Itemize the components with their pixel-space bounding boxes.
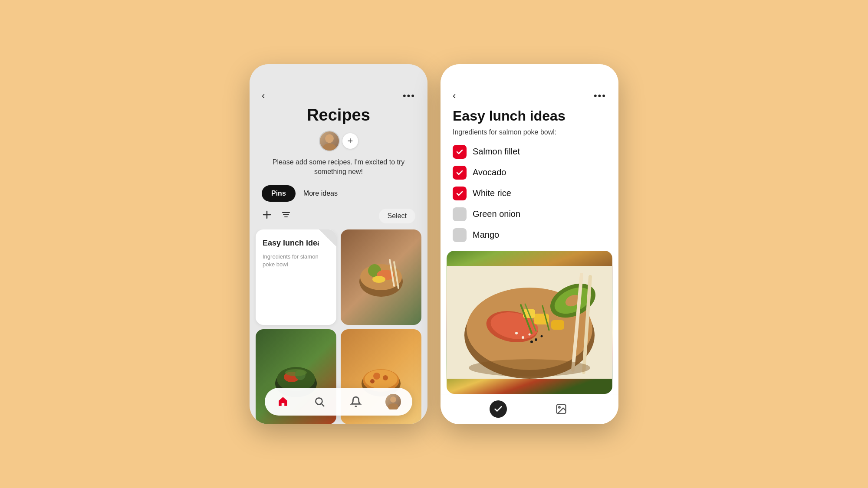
bottom-navigation [265,388,412,416]
checkbox-mango[interactable] [453,228,467,242]
salmon-label: Salmon fillet [473,147,520,157]
pin-note-card[interactable]: Easy lunch ideas Ingredients for slamon … [256,229,336,325]
checkbox-white-rice[interactable] [453,187,467,200]
checkbox-salmon[interactable] [453,145,467,159]
filter-button[interactable] [281,210,291,223]
tab-more-ideas[interactable]: More ideas [302,185,339,202]
mango-label: Mango [473,230,499,240]
svg-point-46 [535,338,537,341]
svg-point-11 [372,276,385,283]
ingredients-checklist: Salmon fillet Avocado White rice [441,145,618,242]
svg-point-44 [522,336,524,339]
svg-point-24 [370,379,375,383]
board-title: Recipes [250,106,427,131]
svg-point-18 [285,369,307,376]
avatar[interactable] [319,131,340,151]
svg-point-28 [388,403,398,409]
svg-point-0 [325,134,334,143]
nav-home-button[interactable] [276,395,290,409]
pin-note-subtitle: Ingredients for slamon poke bowl [263,253,329,269]
svg-point-22 [373,373,380,380]
tab-pins[interactable]: Pins [262,185,296,202]
add-collaborator-button[interactable]: + [342,133,358,149]
image-action-button[interactable] [552,400,570,418]
svg-point-43 [515,332,518,334]
svg-line-26 [322,403,324,406]
svg-point-51 [469,359,590,377]
checkbox-avocado[interactable] [453,166,467,180]
white-rice-label: White rice [473,188,511,198]
avatar-row: + [250,131,427,151]
svg-point-47 [541,335,543,337]
svg-rect-38 [551,320,564,330]
pin-image-bowl[interactable] [341,229,421,325]
green-onion-label: Green onion [473,209,520,219]
avatar-image [320,131,339,151]
nav-search-button[interactable] [312,395,326,409]
svg-point-1 [323,143,336,151]
right-phone: ‹ ••• Easy lunch ideas Ingredients for s… [441,64,618,424]
detail-title: Easy lunch ideas [441,108,618,128]
checklist-item-mango[interactable]: Mango [453,228,606,242]
add-pin-button[interactable] [262,210,272,223]
board-description: Please add some recipes. I'm excited to … [250,157,427,186]
poke-bowl-image [447,251,612,394]
svg-point-27 [390,396,396,403]
svg-point-23 [383,375,388,380]
checklist-item-white-rice[interactable]: White rice [453,187,606,200]
checklist-item-avocado[interactable]: Avocado [453,166,606,180]
checkbox-green-onion[interactable] [453,207,467,221]
checklist-item-green-onion[interactable]: Green onion [453,207,606,221]
bowl-image [341,229,421,325]
right-menu-button[interactable]: ••• [594,90,606,102]
select-button[interactable]: Select [379,209,415,223]
svg-point-25 [316,398,322,404]
avocado-label: Avocado [473,167,506,177]
detail-subtitle: Ingredients for salmon poke bowl: [441,128,618,145]
nav-profile-button[interactable] [385,394,401,409]
left-phone: ‹ ••• Recipes + Please add some recipes.… [250,64,427,424]
svg-point-53 [559,406,560,408]
detail-bottom-bar [441,394,618,424]
left-menu-button[interactable]: ••• [403,90,415,102]
actions-row: Select [250,209,427,229]
check-action-button[interactable] [490,400,507,418]
svg-point-48 [530,341,533,343]
right-back-button[interactable]: ‹ [453,90,456,102]
tabs-row: Pins More ideas [250,185,427,209]
svg-point-45 [529,333,531,335]
note-fold [319,229,336,247]
svg-point-21 [365,370,398,389]
nav-notifications-button[interactable] [349,395,363,409]
checklist-item-salmon[interactable]: Salmon fillet [453,145,606,159]
left-back-button[interactable]: ‹ [262,90,265,102]
